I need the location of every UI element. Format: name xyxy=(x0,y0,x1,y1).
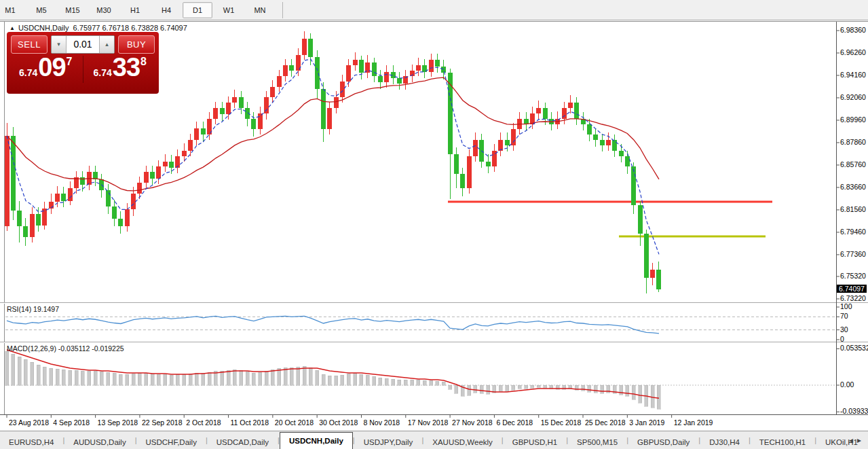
price-axis-label: 6.81560 xyxy=(840,205,866,213)
date-axis-label: 27 Nov 2018 xyxy=(452,418,493,427)
date-axis-label: 23 Aug 2018 xyxy=(9,418,49,427)
timeframe-toolbar: M1M5M15M30H1H4D1W1MN xyxy=(0,0,868,20)
ohlc-open: 6.75977 xyxy=(73,24,100,32)
date-axis-label: 17 Nov 2018 xyxy=(408,418,449,427)
timeframe-button-w1[interactable]: W1 xyxy=(214,2,244,18)
chart-symbol-period: USDCNH,Daily xyxy=(18,24,69,32)
timeframe-button-m5[interactable]: M5 xyxy=(26,2,56,18)
sell-price-handle: 6.74 xyxy=(19,67,37,79)
buy-button[interactable]: BUY xyxy=(118,35,155,54)
price-axis-label: 6.98360 xyxy=(840,26,866,34)
one-click-trade-panel: SELL ▾ 0.01 ▴ BUY 6.74 09 7 6.74 33 8 xyxy=(7,32,159,94)
price-axis-label: 6.77360 xyxy=(840,250,866,258)
chart-title: ▲USDCNH,Daily 6.75977 6.76718 6.73828 6.… xyxy=(10,24,187,32)
rsi-axis-label: 30 xyxy=(840,325,848,334)
volume-input[interactable]: 0.01 xyxy=(67,36,99,53)
macd-axis-label: -0.039333 xyxy=(840,407,868,415)
price-axis-label: 6.94160 xyxy=(840,71,866,79)
tab-scroll-left-icon[interactable]: ◂ xyxy=(849,435,857,445)
rsi-line xyxy=(7,316,659,333)
price-axis-label: 6.85760 xyxy=(840,160,866,168)
sell-price-quote[interactable]: 6.74 09 7 xyxy=(11,56,81,83)
date-axis-label: 11 Oct 2018 xyxy=(231,418,269,427)
macd-axis-label: 0.00 xyxy=(840,380,854,389)
date-axis-label: 3 Jan 2019 xyxy=(629,418,664,427)
timeframe-button-m1[interactable]: M1 xyxy=(0,2,25,18)
tab-scroll-right-icon[interactable]: ▸ xyxy=(857,435,865,445)
price-axis-label: 6.75320 xyxy=(840,272,866,280)
tab-dj30-h4[interactable]: DJ30,H4 xyxy=(700,435,749,449)
timeframe-button-h4[interactable]: H4 xyxy=(151,2,181,18)
slow-ma-line xyxy=(7,77,659,191)
macd-histogram xyxy=(5,351,661,409)
rsi-axis-label: 0 xyxy=(840,335,844,343)
price-axis-label: 6.73220 xyxy=(840,294,866,302)
date-axis-label: 2 Oct 2018 xyxy=(186,418,221,427)
price-axis-label: 6.83660 xyxy=(840,183,866,191)
timeframe-button-h1[interactable]: H1 xyxy=(120,2,150,18)
date-axis-label: 13 Sep 2018 xyxy=(98,418,138,427)
tab-scroll-arrows: ◂▸ xyxy=(849,435,865,445)
volume-decrease-icon[interactable]: ▾ xyxy=(52,36,67,53)
volume-increase-icon[interactable]: ▴ xyxy=(99,36,114,53)
timeframe-button-mn[interactable]: MN xyxy=(245,2,275,18)
tab-gbpusd-daily[interactable]: GBPUSD,Daily xyxy=(628,435,698,449)
buy-price-quote[interactable]: 6.74 33 8 xyxy=(83,56,155,83)
collapse-triangle-icon[interactable]: ▲ xyxy=(10,25,15,31)
tab-audusd-daily[interactable]: AUDUSD,Daily xyxy=(64,435,134,449)
price-axis-label: 6.89960 xyxy=(840,115,866,124)
rsi-indicator-label: RSI(14) 19.1497 xyxy=(7,305,59,313)
timeframe-button-d1[interactable]: D1 xyxy=(183,2,212,18)
macd-indicator-label: MACD(12,26,9) -0.035112 -0.019225 xyxy=(7,344,124,353)
price-axis-label: 6.79460 xyxy=(840,228,866,236)
ohlc-close: 6.74097 xyxy=(160,24,187,32)
sell-button[interactable]: SELL xyxy=(11,35,48,54)
timeframe-button-m30[interactable]: M30 xyxy=(89,2,119,18)
current-price-tag: 6.74097 xyxy=(837,285,867,293)
macd-axis-label: 0.053532 xyxy=(840,344,868,352)
chart-tab-bar: EURUSD,H4|AUDUSD,Daily|USDCHF,Daily|USDC… xyxy=(0,431,868,449)
price-axis-label: 6.87860 xyxy=(840,138,866,146)
date-axis-label: 20 Oct 2018 xyxy=(275,418,314,427)
date-axis-label: 25 Dec 2018 xyxy=(585,418,626,427)
rsi-axis-label: 70 xyxy=(840,312,848,320)
tab-usdcad-daily[interactable]: USDCAD,Daily xyxy=(208,435,278,449)
tab-eurusd-h4[interactable]: EURUSD,H4 xyxy=(0,435,62,449)
date-axis-label: 30 Oct 2018 xyxy=(319,418,358,427)
tab-gbpusd-h1[interactable]: GBPUSD,H1 xyxy=(504,435,566,449)
sell-price-pips: 09 xyxy=(38,56,65,79)
volume-stepper: ▾ 0.01 ▴ xyxy=(51,35,115,54)
date-axis-label: 4 Sep 2018 xyxy=(53,418,90,427)
price-axis-label: 6.96260 xyxy=(840,48,866,56)
tab-tech100-h1[interactable]: TECH100,H1 xyxy=(751,435,814,449)
buy-price-point: 8 xyxy=(140,56,147,68)
tab-usdcnh-daily[interactable]: USDCNH,Daily xyxy=(280,432,353,449)
timeframe-button-m15[interactable]: M15 xyxy=(58,2,88,18)
price-axis-label: 6.92060 xyxy=(840,93,866,101)
date-axis-label: 15 Dec 2018 xyxy=(541,418,582,427)
macd-signal-line xyxy=(7,350,659,398)
rsi-axis-label: 100 xyxy=(840,302,852,310)
date-axis-label: 6 Dec 2018 xyxy=(496,418,533,427)
sell-price-point: 7 xyxy=(67,56,73,68)
ohlc-low: 6.73828 xyxy=(131,24,158,32)
ohlc-high: 6.76718 xyxy=(102,24,129,32)
date-axis-label: 8 Nov 2018 xyxy=(363,418,400,427)
tab-usdchf-daily[interactable]: USDCHF,Daily xyxy=(137,435,206,449)
date-axis-label: 22 Sep 2018 xyxy=(142,418,183,427)
buy-price-handle: 6.74 xyxy=(94,67,112,79)
toolbar-separator xyxy=(282,2,283,18)
date-axis-label: 12 Jan 2019 xyxy=(674,418,713,427)
trading-terminal-window: M1M5M15M30H1H4D1W1MN ▲USDCNH,Daily 6.759… xyxy=(0,0,868,449)
tab-xauusd-weekly[interactable]: XAUUSD,Weekly xyxy=(423,435,502,449)
tab-sp500-m15[interactable]: SP500,M15 xyxy=(568,435,626,449)
buy-price-pips: 33 xyxy=(113,56,140,79)
tab-usdjpy-daily[interactable]: USDJPY,Daily xyxy=(355,435,422,449)
